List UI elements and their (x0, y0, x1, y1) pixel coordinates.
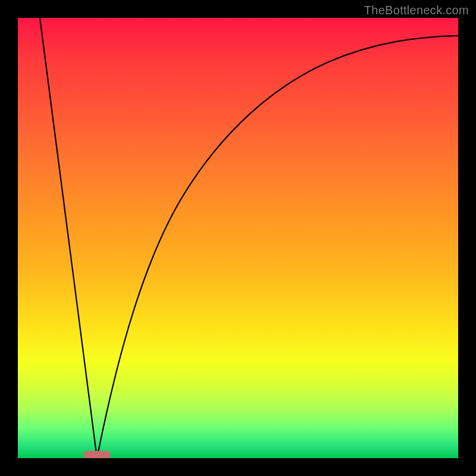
plot-area (18, 18, 458, 458)
baseline-marker (83, 451, 111, 458)
curve-right-branch (97, 36, 458, 458)
watermark-text: TheBottleneck.com (364, 4, 469, 17)
curve-left-branch (40, 18, 97, 458)
curve-svg (18, 18, 458, 458)
chart-frame: TheBottleneck.com (0, 0, 476, 476)
